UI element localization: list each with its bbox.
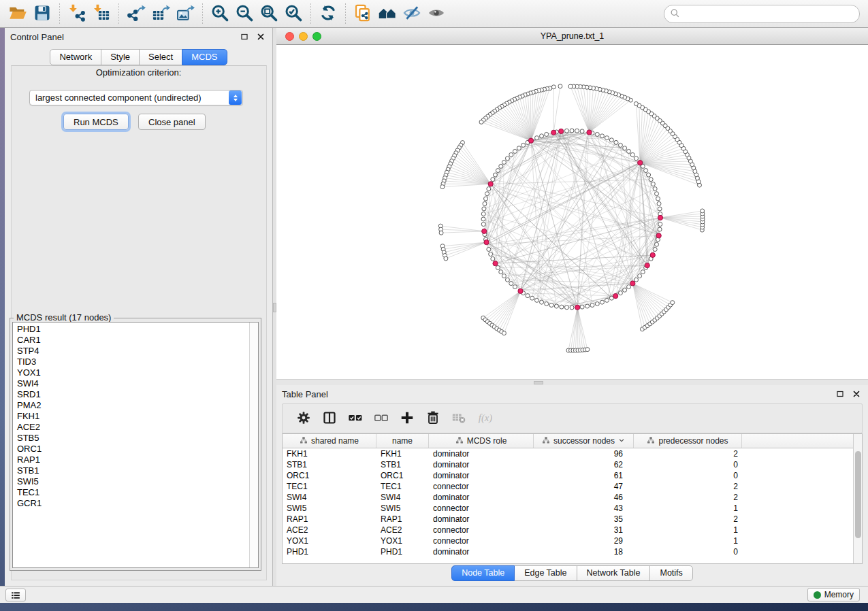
graph-node[interactable] <box>513 285 517 289</box>
cell-predecessor-nodes[interactable]: 2 <box>634 514 742 524</box>
zoom-out-button[interactable] <box>232 2 257 25</box>
graph-node[interactable] <box>487 247 491 251</box>
graph-node[interactable] <box>535 136 539 140</box>
graph-node[interactable] <box>653 247 657 251</box>
cell-predecessor-nodes[interactable]: 1 <box>634 536 742 546</box>
graph-node[interactable] <box>513 149 517 153</box>
mcds-graph-node[interactable] <box>650 252 655 257</box>
graph-node[interactable] <box>651 182 655 186</box>
mcds-graph-node[interactable] <box>482 229 487 233</box>
graph-node[interactable] <box>658 222 662 227</box>
graph-node[interactable] <box>479 120 483 124</box>
graph-node[interactable] <box>575 129 579 133</box>
graph-node[interactable] <box>658 227 662 231</box>
show-hide-columns-button[interactable] <box>318 407 341 430</box>
result-item[interactable]: FKH1 <box>17 411 258 422</box>
apply-layout-button[interactable] <box>316 2 340 25</box>
graph-node[interactable] <box>481 212 485 216</box>
cell-successor-nodes[interactable]: 47 <box>534 482 634 491</box>
result-item[interactable]: ORC1 <box>17 444 258 455</box>
mcds-graph-node[interactable] <box>551 130 556 135</box>
cell-shared-name[interactable]: STB1 <box>283 460 376 469</box>
cell-predecessor-nodes[interactable]: 2 <box>634 493 742 502</box>
graph-node[interactable] <box>638 274 642 278</box>
float-panel-icon[interactable] <box>834 389 846 399</box>
new-network-from-selection-button[interactable] <box>351 2 375 25</box>
graph-node[interactable] <box>502 331 506 335</box>
cell-name[interactable]: ACE2 <box>376 525 429 535</box>
cell-successor-nodes[interactable]: 61 <box>534 471 634 480</box>
criterion-dropdown[interactable]: largest connected component (undirected) <box>29 90 243 105</box>
search-input[interactable] <box>684 9 854 19</box>
cell-MCDS-role[interactable]: dominator <box>429 547 534 557</box>
graph-node[interactable] <box>595 132 599 136</box>
zoom-fit-button[interactable] <box>257 2 281 25</box>
cell-successor-nodes[interactable]: 29 <box>534 536 634 546</box>
result-item[interactable]: TID3 <box>17 357 258 367</box>
tab-network-table[interactable]: Network Table <box>577 565 651 581</box>
result-list-scrollbar[interactable] <box>249 323 258 567</box>
graph-node[interactable] <box>644 169 648 173</box>
table-row[interactable]: ACE2ACE2connector311 <box>283 525 862 535</box>
graph-node[interactable] <box>483 201 487 205</box>
cell-name[interactable]: YOX1 <box>376 536 429 546</box>
graph-node[interactable] <box>568 84 573 88</box>
cell-name[interactable]: TEC1 <box>376 482 429 491</box>
cell-shared-name[interactable]: SWI5 <box>283 503 376 513</box>
graph-node[interactable] <box>656 197 660 201</box>
result-item[interactable]: STB5 <box>17 433 258 444</box>
delete-column-button[interactable] <box>421 407 445 430</box>
cell-shared-name[interactable]: ACE2 <box>283 525 376 535</box>
graph-node[interactable] <box>570 129 574 133</box>
graph-node[interactable] <box>499 164 503 168</box>
graph-node[interactable] <box>600 134 604 138</box>
memory-button[interactable]: Memory <box>807 588 860 601</box>
graph-node[interactable] <box>560 305 564 309</box>
result-item[interactable]: SRD1 <box>17 389 258 400</box>
graph-node[interactable] <box>585 304 590 308</box>
cell-name[interactable]: RAP1 <box>376 514 429 524</box>
mcds-graph-node[interactable] <box>493 261 498 266</box>
tab-select[interactable]: Select <box>139 49 182 65</box>
open-file-button[interactable] <box>5 2 30 25</box>
close-panel-icon[interactable] <box>850 389 863 399</box>
graph-node[interactable] <box>481 222 485 227</box>
result-item[interactable]: SWI4 <box>17 378 258 389</box>
cell-MCDS-role[interactable]: dominator <box>429 514 534 524</box>
graph-node[interactable] <box>517 146 521 150</box>
first-neighbors-button[interactable] <box>375 2 400 25</box>
graph-node[interactable] <box>509 282 513 286</box>
graph-node[interactable] <box>485 192 489 196</box>
cell-MCDS-role[interactable]: dominator <box>429 460 534 469</box>
graph-node[interactable] <box>505 156 509 161</box>
cell-predecessor-nodes[interactable]: 0 <box>634 471 742 480</box>
graph-node[interactable] <box>540 300 544 304</box>
graph-node[interactable] <box>655 192 659 196</box>
graph-node[interactable] <box>649 178 653 182</box>
graph-node[interactable] <box>614 140 618 144</box>
mcds-result-list[interactable]: PHD1CAR1STP4TID3YOX1SWI4SRD1PMA2FKH1ACE2… <box>12 322 259 568</box>
graph-node[interactable] <box>618 291 622 295</box>
result-item[interactable]: GCR1 <box>17 498 258 509</box>
cell-successor-nodes[interactable]: 62 <box>534 460 634 469</box>
graph-node[interactable] <box>487 187 491 191</box>
cell-shared-name[interactable]: SWI4 <box>283 493 376 502</box>
cell-MCDS-role[interactable]: connector <box>429 503 534 513</box>
cell-MCDS-role[interactable]: connector <box>429 536 534 546</box>
graph-node[interactable] <box>439 231 443 235</box>
graph-node[interactable] <box>658 207 662 211</box>
graph-node[interactable] <box>540 134 544 138</box>
graph-node[interactable] <box>590 303 594 307</box>
cell-shared-name[interactable]: ORC1 <box>283 471 376 480</box>
cell-name[interactable]: ORC1 <box>376 471 429 480</box>
add-column-button[interactable] <box>396 407 419 430</box>
graph-node[interactable] <box>489 252 493 256</box>
zoom-in-button[interactable] <box>208 2 232 25</box>
cell-name[interactable]: FKH1 <box>376 449 429 459</box>
mcds-graph-node[interactable] <box>559 129 564 133</box>
graph-node[interactable] <box>630 152 634 156</box>
cell-name[interactable]: STB1 <box>376 460 429 469</box>
graph-node[interactable] <box>570 306 574 310</box>
import-table-button[interactable] <box>89 2 114 25</box>
graph-node[interactable] <box>502 160 506 164</box>
